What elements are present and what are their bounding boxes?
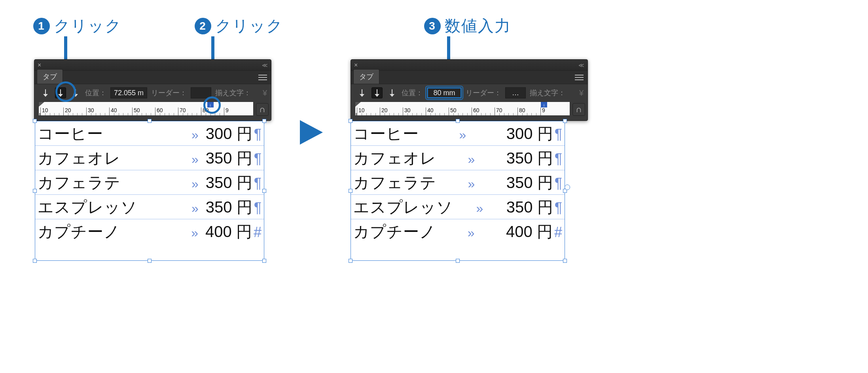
tab-ruler[interactable]: ↓ 10203040506070809: [355, 102, 570, 116]
list-item: カプチーノ»400 円#: [35, 219, 264, 243]
left-tab-button[interactable]: [356, 87, 368, 98]
collapse-icon[interactable]: ≪: [262, 62, 268, 68]
ruler-area: ↓ 10203040506070809 ∩: [34, 102, 271, 121]
frame-handle[interactable]: [349, 189, 353, 193]
snap-magnet-icon[interactable]: ∩: [256, 103, 269, 116]
menu-rows-right: コーヒー»300 円¶カフェオレ»350 円¶カフェラテ»350 円¶エスプレッ…: [351, 121, 565, 243]
right-tab-icon: [389, 89, 395, 96]
panel-menu-icon[interactable]: [575, 73, 585, 82]
panel-titlebar[interactable]: × ≪: [34, 60, 271, 71]
frame-handle[interactable]: [262, 189, 266, 193]
frame-handle[interactable]: [349, 119, 353, 123]
ruler-number: 20: [65, 107, 71, 113]
ruler-ticks-right: 10203040506070809: [355, 107, 570, 115]
frame-handle[interactable]: [33, 259, 37, 263]
leader-label: リーダー：: [466, 88, 501, 98]
left-tab-icon: [359, 89, 365, 96]
list-item: エスプレッソ»350 円¶: [351, 195, 565, 219]
panel-tabrow: タブ: [34, 71, 271, 84]
frame-handle[interactable]: [563, 259, 567, 263]
outport-icon[interactable]: [565, 185, 570, 190]
tabs-panel-left: × ≪ タブ 位置： 72.055 m リーダー： 揃え文字： ¥ ↓ 1020…: [34, 59, 271, 121]
svg-marker-0: [300, 120, 323, 145]
item-name: カプチーノ: [38, 221, 120, 243]
tabs-panel-right: × ≪ タブ 位置： 80 mm リーダー： … 揃え文字： ¥ ↓ 10203…: [351, 59, 588, 121]
tab-tabs[interactable]: タブ: [353, 69, 379, 84]
frame-handle[interactable]: [262, 259, 266, 263]
panel-menu-icon[interactable]: [258, 73, 269, 82]
frame-handle[interactable]: [33, 189, 37, 193]
right-tab-button[interactable]: [70, 87, 81, 98]
ruler-number: 80: [203, 107, 209, 113]
tab-char-icon: »: [191, 152, 199, 167]
text-frame-right[interactable]: コーヒー»300 円¶カフェオレ»350 円¶カフェラテ»350 円¶エスプレッ…: [351, 121, 565, 261]
position-label: 位置：: [402, 88, 423, 98]
center-tab-icon: [374, 89, 380, 96]
item-name: カフェオレ: [353, 147, 436, 169]
ruler-number: 40: [427, 107, 434, 113]
tab-char-icon: »: [476, 201, 483, 216]
tab-stop-marker[interactable]: ↓: [207, 102, 214, 107]
list-item: コーヒー»300 円¶: [35, 121, 264, 146]
position-label: 位置：: [85, 88, 106, 98]
paragraph-mark-icon: #: [254, 224, 262, 241]
frame-handle[interactable]: [262, 119, 266, 123]
frame-handle[interactable]: [148, 259, 152, 263]
callout-3-num: 3: [424, 18, 441, 34]
close-icon[interactable]: ×: [38, 62, 41, 69]
tab-ruler[interactable]: ↓ 10203040506070809: [38, 102, 254, 116]
position-input[interactable]: 72.055 m: [110, 87, 147, 98]
collapse-icon[interactable]: ≪: [578, 62, 584, 68]
snap-magnet-icon[interactable]: ∩: [572, 103, 585, 116]
frame-handle[interactable]: [456, 119, 460, 123]
right-tab-button[interactable]: [387, 87, 398, 98]
left-tab-button[interactable]: [40, 87, 51, 98]
align-char-label: 揃え文字：: [530, 88, 565, 98]
leader-input[interactable]: [191, 87, 211, 98]
callout-2-num: 2: [195, 18, 211, 34]
frame-handle[interactable]: [456, 259, 460, 263]
item-price: 350 円: [506, 196, 553, 218]
position-input[interactable]: 80 mm: [427, 87, 462, 98]
item-price: 350 円: [206, 196, 252, 218]
indent-marker-icon[interactable]: [39, 102, 44, 107]
indent-marker-icon[interactable]: [355, 102, 361, 107]
item-price: 350 円: [206, 172, 252, 194]
paragraph-mark-icon: ¶: [254, 126, 262, 143]
item-price: 300 円: [506, 123, 553, 145]
paragraph-mark-icon: ¶: [555, 126, 562, 143]
tab-char-icon: »: [191, 177, 199, 191]
item-name: カフェラテ: [353, 172, 436, 194]
list-item: カフェラテ»350 円¶: [35, 170, 264, 195]
ruler-number: 9: [226, 107, 229, 113]
list-item: コーヒー»300 円¶: [351, 121, 565, 146]
ruler-area: ↓ 10203040506070809 ∩: [351, 102, 588, 121]
paragraph-mark-icon: ¶: [254, 200, 262, 216]
ruler-number: 70: [496, 107, 502, 113]
item-price: 350 円: [206, 147, 252, 169]
right-tab-icon: [72, 89, 79, 96]
ruler-number: 20: [381, 107, 388, 113]
tab-char-icon: »: [468, 226, 475, 240]
item-price: 350 円: [506, 147, 553, 169]
ruler-number: 10: [358, 107, 365, 113]
ruler-number: 30: [404, 107, 411, 113]
paragraph-mark-icon: ¶: [555, 175, 562, 192]
text-frame-left[interactable]: コーヒー»300 円¶カフェオレ»350 円¶カフェラテ»350 円¶エスプレッ…: [35, 121, 264, 261]
center-tab-button[interactable]: [55, 87, 66, 98]
leader-label: リーダー：: [151, 88, 187, 98]
frame-handle[interactable]: [148, 119, 152, 123]
frame-handle[interactable]: [349, 259, 353, 263]
tab-stop-marker[interactable]: ↓: [541, 102, 547, 107]
transition-arrow-icon: [300, 120, 323, 145]
tab-tabs[interactable]: タブ: [37, 69, 63, 84]
close-icon[interactable]: ×: [354, 62, 358, 69]
leader-input[interactable]: …: [505, 87, 526, 98]
frame-handle[interactable]: [563, 119, 567, 123]
tab-char-icon: »: [191, 201, 199, 216]
center-tab-button[interactable]: [371, 87, 383, 98]
panel-titlebar[interactable]: × ≪: [351, 60, 588, 71]
paragraph-mark-icon: ¶: [555, 200, 562, 216]
ruler-number: 60: [157, 107, 163, 113]
frame-handle[interactable]: [33, 119, 37, 123]
